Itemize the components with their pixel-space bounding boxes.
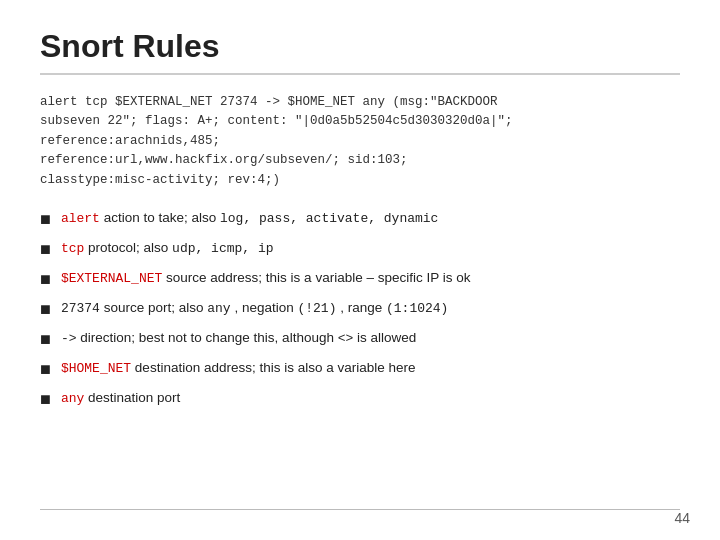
explanation-list: ■ alert action to take; also log, pass, … <box>40 208 680 418</box>
bullet-content: $EXTERNAL_NET source address; this is a … <box>61 268 471 289</box>
code-line-3: reference:arachnids,485; <box>40 132 680 151</box>
keyword-alert: alert <box>61 211 100 226</box>
keyword-direction: -> <box>61 331 77 346</box>
bottom-divider <box>40 509 680 510</box>
slide-container: Snort Rules alert tcp $EXTERNAL_NET 2737… <box>0 0 720 540</box>
keyword-external-net: $EXTERNAL_NET <box>61 271 162 286</box>
bullet-icon: ■ <box>40 266 51 293</box>
page-number: 44 <box>674 510 690 526</box>
list-item: ■ tcp protocol; also udp, icmp, ip <box>40 238 680 263</box>
code-line-1: alert tcp $EXTERNAL_NET 27374 -> $HOME_N… <box>40 93 680 112</box>
bullet-content: tcp protocol; also udp, icmp, ip <box>61 238 274 259</box>
page-title: Snort Rules <box>40 28 680 75</box>
list-item: ■ -> direction; best not to change this,… <box>40 328 680 353</box>
keyword-port: 27374 <box>61 301 100 316</box>
bullet-content: 27374 source port; also any , negation (… <box>61 298 449 319</box>
bullet-icon: ■ <box>40 206 51 233</box>
keyword-tcp: tcp <box>61 241 84 256</box>
list-item: ■ alert action to take; also log, pass, … <box>40 208 680 233</box>
code-line-5: classtype:misc-activity; rev:4;) <box>40 171 680 190</box>
bullet-content: $HOME_NET destination address; this is a… <box>61 358 416 379</box>
bullet-content: any destination port <box>61 388 180 409</box>
code-line-4: reference:url,www.hackfix.org/subseven/;… <box>40 151 680 170</box>
bullet-icon: ■ <box>40 386 51 413</box>
list-item: ■ $EXTERNAL_NET source address; this is … <box>40 268 680 293</box>
bullet-icon: ■ <box>40 356 51 383</box>
keyword-home-net: $HOME_NET <box>61 361 131 376</box>
code-example: alert tcp $EXTERNAL_NET 27374 -> $HOME_N… <box>40 93 680 190</box>
bullet-icon: ■ <box>40 326 51 353</box>
bullet-content: alert action to take; also log, pass, ac… <box>61 208 439 229</box>
list-item: ■ $HOME_NET destination address; this is… <box>40 358 680 383</box>
list-item: ■ any destination port <box>40 388 680 413</box>
bullet-content: -> direction; best not to change this, a… <box>61 328 416 349</box>
code-line-2: subseven 22"; flags: A+; content: "|0d0a… <box>40 112 680 131</box>
bullet-icon: ■ <box>40 236 51 263</box>
list-item: ■ 27374 source port; also any , negation… <box>40 298 680 323</box>
bullet-icon: ■ <box>40 296 51 323</box>
keyword-any: any <box>61 391 84 406</box>
